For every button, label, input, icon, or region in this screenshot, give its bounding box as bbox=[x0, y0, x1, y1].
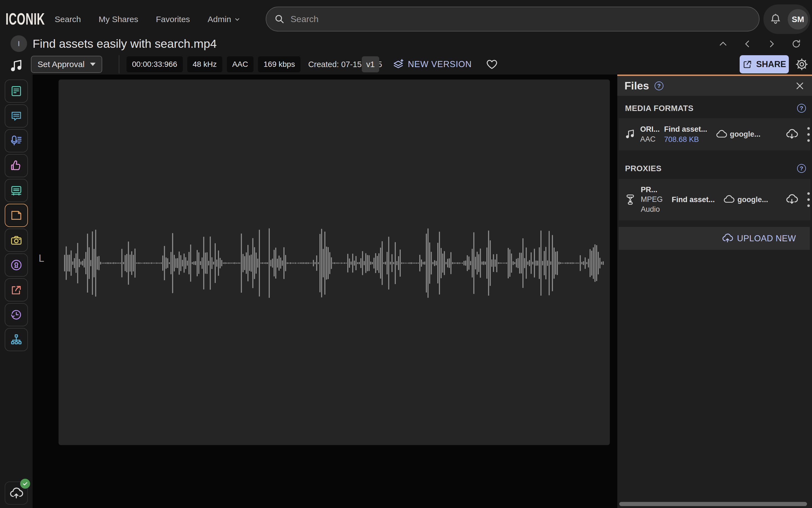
proxies-help-icon[interactable] bbox=[797, 164, 806, 173]
files-panel-header: Files bbox=[617, 76, 812, 96]
favorite-heart-icon[interactable] bbox=[486, 58, 498, 71]
kebab-menu-icon[interactable] bbox=[807, 193, 810, 207]
version-badge[interactable]: v1 bbox=[362, 56, 379, 72]
sidebar-item-files[interactable] bbox=[5, 204, 28, 227]
media-formats-help-icon[interactable] bbox=[797, 104, 806, 113]
new-version-button[interactable]: NEW VERSION bbox=[393, 58, 472, 70]
comment-icon bbox=[10, 110, 23, 122]
search-icon bbox=[274, 13, 285, 25]
cloud-upload-icon bbox=[722, 233, 733, 244]
sidebar-item-relations[interactable] bbox=[5, 328, 28, 351]
waveform-panel[interactable] bbox=[58, 80, 610, 445]
format-kind: ORI... AAC bbox=[640, 125, 660, 144]
sidebar-item-access-control[interactable] bbox=[5, 253, 28, 277]
new-version-label: NEW VERSION bbox=[408, 59, 472, 69]
top-nav: ICONIK Search My Shares Favorites Admin … bbox=[0, 0, 812, 39]
main-menu: Search My Shares Favorites Admin bbox=[55, 0, 241, 39]
proxy-row[interactable]: PR... MPEG Audio Find asset... google... bbox=[619, 179, 810, 220]
export-icon bbox=[10, 284, 23, 296]
audio-channel-label: L bbox=[39, 253, 44, 264]
sidebar-item-segments[interactable] bbox=[5, 179, 28, 202]
approval-dropdown[interactable]: Set Approval bbox=[31, 56, 102, 73]
proxies-heading: PROXIES bbox=[625, 162, 661, 174]
audio-waveform bbox=[64, 227, 604, 299]
files-panel: Files MEDIA FORMATS ORI... AAC Find asse… bbox=[617, 75, 812, 508]
subtitle-board-icon bbox=[10, 184, 23, 197]
global-search[interactable] bbox=[266, 7, 760, 32]
upload-new-button[interactable]: UPLOAD NEW bbox=[619, 227, 810, 250]
files-panel-title: Files bbox=[624, 80, 649, 92]
asset-sidebar bbox=[0, 75, 33, 508]
cloud-icon bbox=[723, 194, 735, 205]
storage-location: google... bbox=[716, 129, 761, 140]
sidebar-item-audio-track[interactable] bbox=[5, 55, 28, 78]
sidebar-item-metadata[interactable] bbox=[5, 80, 28, 103]
nav-item-favorites[interactable]: Favorites bbox=[156, 15, 190, 24]
duration-timecode-badge: 00:00:33:966 bbox=[126, 56, 183, 72]
share-label: SHARE bbox=[756, 59, 786, 69]
nav-item-my-shares[interactable]: My Shares bbox=[98, 15, 138, 24]
admin-label: Admin bbox=[208, 15, 231, 24]
music-note-icon bbox=[624, 129, 636, 140]
file-name-col: Find asset... bbox=[672, 195, 715, 205]
avatar[interactable]: SM bbox=[788, 9, 808, 30]
chevron-up-icon[interactable] bbox=[718, 39, 728, 49]
layers-plus-icon bbox=[393, 58, 404, 70]
media-info-badges: 00:00:33:966 48 kHz AAC 169 kbps Created… bbox=[126, 56, 382, 72]
bell-icon[interactable] bbox=[769, 13, 782, 26]
nav-item-admin[interactable]: Admin bbox=[208, 15, 241, 24]
metadata-form-icon bbox=[10, 85, 23, 97]
bitrate-badge: 169 kbps bbox=[258, 56, 300, 72]
chevron-left-icon[interactable] bbox=[742, 39, 752, 49]
iconik-logo[interactable]: ICONIK bbox=[5, 9, 45, 29]
microphone-transcript-icon bbox=[10, 134, 23, 147]
sidebar-item-uploads[interactable] bbox=[5, 481, 28, 505]
kebab-menu-icon[interactable] bbox=[807, 127, 810, 142]
cloud-download-icon[interactable] bbox=[785, 128, 798, 141]
approval-label: Set Approval bbox=[38, 59, 84, 69]
sidebar-item-comments[interactable] bbox=[5, 104, 28, 128]
asset-type-badge: I bbox=[10, 35, 27, 52]
file-size-link[interactable]: 708.68 KB bbox=[664, 134, 707, 144]
help-icon[interactable] bbox=[655, 81, 663, 90]
sample-rate-badge: 48 kHz bbox=[187, 56, 222, 72]
file-icon bbox=[10, 209, 23, 222]
version-cluster: v1 NEW VERSION bbox=[362, 56, 498, 72]
gear-icon[interactable] bbox=[795, 57, 809, 71]
music-note-icon bbox=[8, 58, 24, 74]
cloud-download-icon[interactable] bbox=[785, 193, 798, 206]
share-button[interactable]: SHARE bbox=[740, 55, 789, 74]
chevron-right-icon[interactable] bbox=[767, 39, 777, 49]
media-format-row[interactable]: ORI... AAC Find asset... 708.68 KB googl… bbox=[619, 118, 810, 151]
sidebar-item-snapshots[interactable] bbox=[5, 228, 28, 252]
horizontal-scrollbar[interactable] bbox=[619, 502, 807, 506]
cloud-icon bbox=[716, 129, 727, 140]
nav-item-search[interactable]: Search bbox=[55, 15, 81, 24]
caret-down-icon bbox=[90, 63, 95, 66]
camera-icon bbox=[10, 234, 23, 247]
hierarchy-icon bbox=[10, 333, 23, 346]
sidebar-item-shares[interactable] bbox=[5, 278, 28, 301]
storage-location: google... bbox=[723, 194, 768, 205]
format-kind: PR... MPEG Audio bbox=[641, 185, 667, 214]
asset-viewer: L bbox=[33, 75, 617, 508]
user-menu: SM bbox=[763, 4, 810, 34]
chevron-down-icon bbox=[234, 16, 241, 23]
upload-success-badge bbox=[20, 479, 30, 489]
cloud-upload-icon bbox=[9, 486, 24, 500]
refresh-icon[interactable] bbox=[791, 39, 802, 49]
search-input[interactable] bbox=[290, 14, 751, 25]
sidebar-item-transcription[interactable] bbox=[5, 129, 28, 153]
transcode-icon bbox=[624, 194, 636, 206]
asset-navigation bbox=[718, 39, 802, 49]
thumbs-up-icon bbox=[10, 159, 23, 172]
close-icon[interactable] bbox=[795, 81, 805, 91]
file-name-col: Find asset... 708.68 KB bbox=[664, 124, 707, 144]
sidebar-item-approvals[interactable] bbox=[5, 154, 28, 177]
keyhole-icon bbox=[10, 258, 23, 272]
page-title: Find assets easily with search.mp4 bbox=[33, 37, 217, 50]
share-icon bbox=[742, 59, 752, 69]
toolbar-divider bbox=[119, 55, 119, 74]
sidebar-item-history[interactable] bbox=[5, 303, 28, 326]
history-clock-icon bbox=[10, 308, 23, 322]
